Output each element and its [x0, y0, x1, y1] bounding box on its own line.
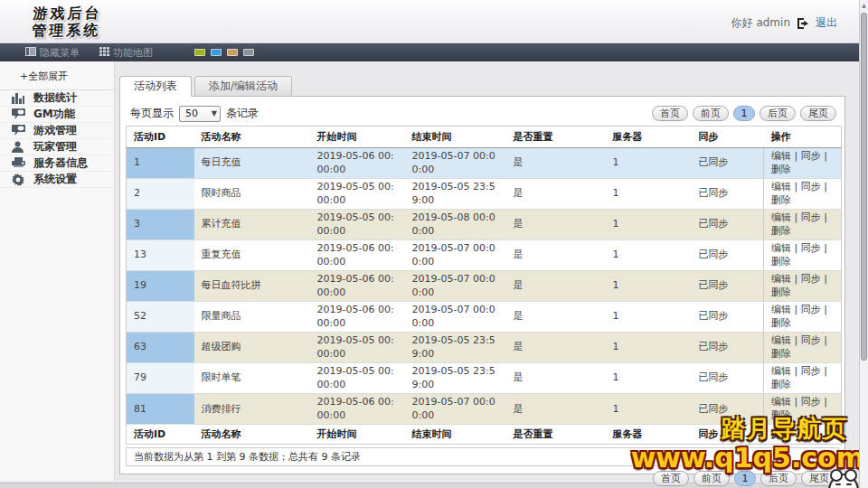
op-sync-link[interactable]: 同步	[801, 396, 821, 408]
cell-end-time: 2019-05-07 00:00:00	[405, 302, 506, 333]
op-edit-link[interactable]: 编辑	[771, 365, 791, 377]
op-sync-link[interactable]: 同步	[801, 181, 821, 192]
comment-icon	[12, 125, 25, 136]
last-page-button[interactable]: 尾页	[800, 106, 836, 121]
top-header: 游戏后台 管理系统 你好 admin 退出	[0, 0, 859, 43]
current-page-button[interactable]: 1	[734, 471, 756, 486]
table-row[interactable]: 63超级团购2019-05-05 00:00:002019-05-05 23:5…	[127, 333, 842, 363]
sidebar-item-0[interactable]: 数据统计	[0, 90, 114, 107]
prev-page-button[interactable]: 前页	[693, 106, 729, 121]
column-header-5: 服务器	[606, 425, 692, 445]
table-row[interactable]: 1每日充值2019-05-06 00:00:002019-05-07 00:00…	[127, 148, 842, 179]
op-sync-link[interactable]: 同步	[801, 150, 821, 162]
op-edit-link[interactable]: 编辑	[771, 211, 791, 223]
cell-sync: 已同步	[692, 210, 764, 240]
next-page-button[interactable]: 后页	[760, 106, 796, 121]
op-delete-link[interactable]: 删除	[771, 409, 791, 421]
op-sync-link[interactable]: 同步	[801, 242, 821, 254]
column-header-7: 操作	[764, 127, 842, 148]
expand-all-link[interactable]: +全部展开	[0, 61, 114, 90]
cell-end-time: 2019-05-05 23:59:00	[405, 363, 506, 394]
per-page-select[interactable]: 50 ▼	[179, 106, 221, 122]
op-delete-link[interactable]: 删除	[771, 286, 791, 298]
theme-swatch[interactable]	[194, 49, 205, 56]
cell-reset: 是	[506, 394, 606, 425]
column-header-6: 同步	[692, 127, 764, 148]
scrollbar-thumb[interactable]	[861, 13, 867, 361]
table-row[interactable]: 79限时单笔2019-05-05 00:00:002019-05-05 23:5…	[127, 363, 842, 394]
cell-server: 1	[606, 148, 692, 179]
scroll-up-arrow-icon[interactable]: ▲	[860, 0, 868, 11]
first-page-button[interactable]: 首页	[653, 471, 689, 486]
op-delete-link[interactable]: 删除	[771, 256, 791, 267]
cell-activity-id: 13	[127, 240, 194, 271]
first-page-button[interactable]: 首页	[652, 106, 688, 121]
pagination-bottom: 首页 前页 1 后页 尾页	[126, 471, 839, 486]
cell-activity-id: 79	[127, 363, 194, 394]
op-delete-link[interactable]: 删除	[771, 348, 791, 360]
cell-operations: 编辑 | 同步 | 删除	[764, 302, 842, 333]
op-sync-link[interactable]: 同步	[801, 365, 821, 377]
tab-activity-list[interactable]: 活动列表	[119, 76, 192, 97]
op-sync-link[interactable]: 同步	[801, 211, 821, 223]
sidebar-item-3[interactable]: 玩家管理	[0, 139, 114, 155]
column-header-2: 开始时间	[310, 425, 405, 445]
table-row[interactable]: 52限量商品2019-05-06 00:00:002019-05-07 00:0…	[127, 302, 842, 333]
cell-operations: 编辑 | 同步 | 删除	[764, 394, 842, 425]
sidebar-item-5[interactable]: 系统设置	[0, 172, 114, 188]
cell-server: 1	[606, 302, 692, 333]
comment-icon	[12, 108, 25, 120]
function-map-button[interactable]: 功能地图	[99, 46, 153, 60]
cell-activity-name: 每日血符比拼	[194, 271, 310, 302]
sidebar-item-label: 数据统计	[33, 90, 77, 106]
per-page-value: 50	[185, 108, 198, 119]
op-delete-link[interactable]: 删除	[771, 194, 791, 206]
op-delete-link[interactable]: 删除	[771, 164, 791, 175]
op-sync-link[interactable]: 同步	[801, 273, 821, 285]
cell-activity-name: 每日充值	[194, 148, 310, 179]
cell-activity-name: 消费排行	[194, 394, 310, 425]
op-delete-link[interactable]: 删除	[771, 379, 791, 390]
op-edit-link[interactable]: 编辑	[771, 396, 791, 408]
cell-reset: 是	[506, 210, 606, 240]
cat-mascot-icon	[828, 474, 859, 488]
op-edit-link[interactable]: 编辑	[771, 242, 791, 254]
op-sync-link[interactable]: 同步	[801, 304, 821, 315]
cell-end-time: 2019-05-07 00:00:00	[405, 271, 506, 302]
op-edit-link[interactable]: 编辑	[771, 334, 791, 346]
op-sync-link[interactable]: 同步	[801, 334, 821, 346]
cell-operations: 编辑 | 同步 | 删除	[764, 363, 842, 394]
cell-end-time: 2019-05-07 00:00:00	[405, 394, 506, 425]
op-edit-link[interactable]: 编辑	[771, 273, 791, 285]
op-edit-link[interactable]: 编辑	[771, 304, 791, 315]
current-page-button[interactable]: 1	[733, 106, 755, 121]
logout-icon[interactable]	[797, 18, 809, 29]
sidebar-item-4[interactable]: 服务器信息	[0, 155, 114, 172]
table-row[interactable]: 3累计充值2019-05-05 00:00:002019-05-08 00:00…	[127, 210, 842, 240]
column-header-4: 是否重置	[506, 127, 606, 148]
table-row[interactable]: 19每日血符比拼2019-05-06 00:00:002019-05-07 00…	[127, 271, 842, 302]
sidebar-item-1[interactable]: GM功能	[0, 107, 114, 123]
next-page-button[interactable]: 后页	[760, 471, 797, 486]
op-delete-link[interactable]: 删除	[771, 225, 791, 237]
op-edit-link[interactable]: 编辑	[771, 150, 791, 162]
table-row[interactable]: 81消费排行2019-05-06 00:00:002019-05-07 00:0…	[127, 394, 842, 425]
tab-add-edit-activity[interactable]: 添加/编辑活动	[194, 76, 292, 97]
theme-swatch[interactable]	[227, 49, 238, 56]
cell-activity-id: 63	[127, 333, 194, 363]
hide-menu-button[interactable]: 隐藏菜单	[25, 46, 80, 60]
function-map-label: 功能地图	[113, 46, 153, 60]
theme-swatch[interactable]	[243, 49, 254, 56]
op-edit-link[interactable]: 编辑	[771, 181, 791, 192]
logout-link[interactable]: 退出	[816, 15, 837, 31]
vertical-scrollbar[interactable]: ▲	[859, 0, 868, 488]
table-row[interactable]: 2限时商品2019-05-05 00:00:002019-05-05 23:59…	[127, 179, 842, 210]
theme-swatch[interactable]	[211, 49, 222, 56]
table-row[interactable]: 13重复充值2019-05-06 00:00:002019-05-07 00:0…	[127, 240, 842, 271]
sidebar-item-2[interactable]: 游戏管理	[0, 123, 114, 139]
cell-start-time: 2019-05-06 00:00:00	[310, 302, 405, 333]
list-toolbar: 每页显示 50 ▼ 条记录 首页 前页 1 后页 尾页	[126, 102, 839, 125]
hide-menu-label: 隐藏菜单	[40, 46, 80, 60]
op-delete-link[interactable]: 删除	[771, 317, 791, 329]
prev-page-button[interactable]: 前页	[693, 471, 730, 486]
